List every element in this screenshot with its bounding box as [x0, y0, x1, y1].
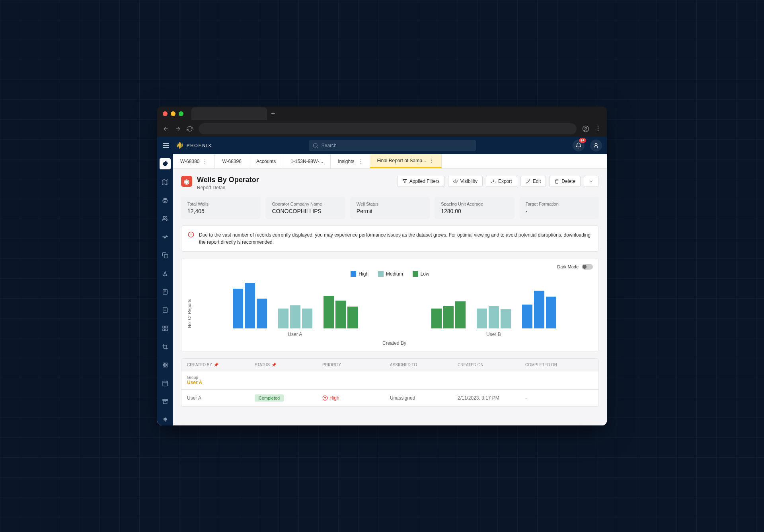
close-window-icon[interactable]: [163, 111, 168, 116]
chart-bar[interactable]: [431, 309, 442, 328]
sidebar-item-users[interactable]: [160, 213, 171, 224]
pin-icon: 📌: [271, 363, 276, 367]
titlebar: +: [157, 107, 607, 121]
forward-icon[interactable]: [175, 126, 181, 132]
visibility-button[interactable]: Visibility: [448, 176, 483, 187]
sidebar-item-grid2[interactable]: [160, 359, 171, 371]
chart-bar[interactable]: [302, 309, 312, 328]
menu-icon[interactable]: [162, 142, 170, 150]
tab-insights[interactable]: Insights⋮: [331, 154, 370, 168]
apps-icon: [162, 362, 168, 368]
search-input[interactable]: Search: [309, 140, 476, 151]
back-icon[interactable]: [163, 126, 169, 132]
chart-bar[interactable]: [257, 299, 267, 328]
sidebar-item-doc1[interactable]: [160, 286, 171, 297]
sidebar-item-wells[interactable]: [160, 268, 171, 279]
chart-bars: [196, 281, 593, 328]
chart-legend: High Medium Low: [187, 271, 593, 277]
tab-menu-icon[interactable]: ⋮: [429, 158, 434, 163]
url-input[interactable]: [199, 123, 577, 134]
chart-bar[interactable]: [501, 309, 511, 328]
grid-icon: [162, 325, 168, 332]
chart-bar[interactable]: [347, 307, 358, 328]
sidebar-item-layers[interactable]: [160, 195, 171, 206]
chevron-down-icon: [589, 179, 594, 184]
chart-bar[interactable]: [233, 289, 243, 328]
reload-icon[interactable]: [187, 126, 193, 132]
sidebar-item-crop[interactable]: [160, 341, 171, 352]
new-tab-button[interactable]: +: [271, 110, 275, 118]
col-created-by[interactable]: CREATED BY📌: [181, 359, 249, 371]
col-assigned-to[interactable]: ASSIGNED TO: [384, 359, 452, 371]
table-row[interactable]: User A Completed High Unassigned 2/11/20…: [181, 390, 598, 407]
chart-bar[interactable]: [278, 309, 288, 328]
svg-rect-16: [164, 254, 168, 258]
edit-button[interactable]: Edit: [520, 176, 546, 187]
sidebar-item-deals[interactable]: [160, 231, 171, 243]
more-actions-button[interactable]: [584, 176, 599, 187]
tab-menu-icon[interactable]: ⋮: [203, 159, 207, 164]
bar-cluster: [278, 305, 312, 328]
app-root: PHOENIX Search 9+: [157, 137, 607, 425]
chart-bar[interactable]: [324, 296, 334, 328]
table-group-row[interactable]: Group User A: [181, 371, 598, 390]
sidebar-item-doc2[interactable]: [160, 305, 171, 316]
chart-bar[interactable]: [443, 306, 454, 328]
chart-bar[interactable]: [489, 306, 499, 328]
col-completed-on[interactable]: COMPLETED ON: [520, 359, 598, 371]
sidebar-item-grid1[interactable]: [160, 323, 171, 334]
dark-mode-toggle[interactable]: [582, 264, 593, 270]
sidebar-item-map[interactable]: [160, 177, 171, 188]
tab-accounts[interactable]: Accounts: [249, 154, 283, 168]
browser-menu-icon[interactable]: [595, 126, 601, 132]
content-area: ◉ Wells By Operator Report Detail Applie…: [173, 169, 607, 414]
applied-filters-button[interactable]: Applied Filters: [397, 176, 445, 187]
svg-point-2: [598, 126, 599, 128]
chart-bar[interactable]: [477, 309, 487, 328]
address-bar: [157, 121, 607, 137]
chart-bar[interactable]: [455, 301, 466, 328]
col-priority[interactable]: PRIORITY: [317, 359, 384, 371]
eye-icon: [453, 179, 458, 184]
tab-w68380[interactable]: W-68380⋮: [173, 154, 215, 168]
sidebar-item-dashboard[interactable]: [160, 158, 171, 169]
svg-line-9: [316, 147, 318, 148]
pencil-icon: [526, 179, 530, 184]
tab-w68396[interactable]: W-68396: [215, 154, 249, 168]
stat-spacing: Spacing Unit Acerage1280.00: [435, 197, 514, 219]
maximize-window-icon[interactable]: [179, 111, 183, 116]
tab-final-report[interactable]: Final Report of Samp...⋮: [370, 154, 442, 168]
sidebar-item-calendar[interactable]: [160, 378, 171, 389]
user-avatar[interactable]: [590, 140, 602, 151]
minimize-window-icon[interactable]: [171, 111, 175, 116]
col-status[interactable]: STATUS📌: [249, 359, 317, 371]
logo[interactable]: PHOENIX: [175, 141, 212, 150]
chart-bar[interactable]: [245, 283, 255, 328]
bar-cluster: [477, 306, 511, 328]
arrow-up-icon: [322, 395, 328, 401]
users-icon: [162, 216, 168, 222]
chart-bar[interactable]: [522, 305, 532, 328]
tab-menu-icon[interactable]: ⋮: [358, 159, 363, 164]
col-created-on[interactable]: CREATED ON: [452, 359, 520, 371]
chart-bar[interactable]: [534, 291, 544, 328]
chart-bar[interactable]: [290, 305, 300, 328]
profile-icon[interactable]: [582, 125, 589, 132]
tab-location[interactable]: 1-153N-98W-...: [283, 154, 331, 168]
sidebar-item-archive[interactable]: [160, 396, 171, 407]
notifications-button[interactable]: 9+: [573, 140, 585, 151]
browser-tab[interactable]: [191, 107, 267, 120]
chart-plot: User AUser B Created By: [196, 281, 593, 346]
svg-point-4: [598, 130, 599, 131]
tabs-bar: W-68380⋮ W-68396 Accounts 1-153N-98W-...…: [173, 154, 607, 169]
chart-bar[interactable]: [335, 301, 346, 328]
svg-rect-32: [163, 381, 168, 386]
sidebar-item-phoenix[interactable]: [160, 414, 171, 425]
svg-rect-30: [163, 365, 165, 367]
stat-formation: Target Formation-: [519, 197, 599, 219]
performance-alert: Due to the vast number of records curren…: [181, 225, 599, 252]
delete-button[interactable]: Delete: [549, 176, 581, 187]
chart-bar[interactable]: [546, 297, 556, 328]
sidebar-item-copy[interactable]: [160, 250, 171, 261]
export-button[interactable]: Export: [486, 176, 517, 187]
